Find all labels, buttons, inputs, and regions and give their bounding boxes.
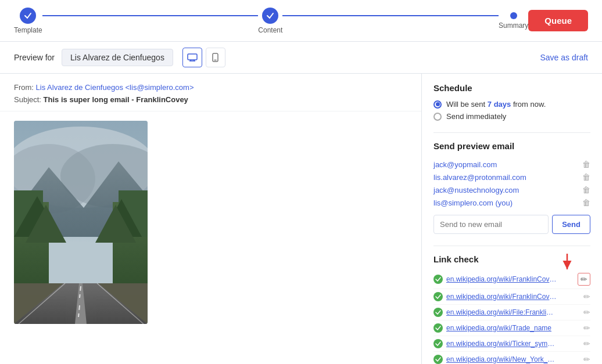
- save-as-draft-link[interactable]: Save as draft: [540, 53, 589, 62]
- preview-bar: Preview for Lis Alvarez de Cienfuegos Sa…: [0, 42, 602, 74]
- preview-email-item: jack@yopmail.com 🗑: [433, 158, 590, 171]
- queue-button[interactable]: Queue: [528, 10, 588, 31]
- preview-name-badge[interactable]: Lis Alvarez de Cienfuegos: [62, 49, 173, 66]
- trash-icon[interactable]: 🗑: [582, 198, 590, 207]
- svg-rect-0: [188, 54, 197, 60]
- email-from: From: Lis Alvarez de Cienfuegos <lis@sim…: [14, 83, 407, 92]
- link-item-left: en.wikipedia.org/wiki/New_York_Stock_...: [433, 355, 557, 364]
- check-icon: [433, 275, 443, 284]
- step-content-circle: [262, 8, 278, 24]
- step-content[interactable]: Content: [258, 8, 282, 34]
- from-address[interactable]: Lis Alvarez de Cienfuegos <lis@simplero.…: [36, 83, 194, 92]
- preview-email-link[interactable]: lis@simplero.com (you): [433, 199, 513, 207]
- preview-for-label: Preview for: [14, 53, 55, 62]
- edit-link-icon-5[interactable]: ✏: [583, 355, 590, 364]
- link-item-left: en.wikipedia.org/wiki/FranklinCovey#m...: [433, 275, 557, 284]
- link-item: en.wikipedia.org/wiki/File:Franklin_C...…: [433, 305, 590, 320]
- schedule-radio-days[interactable]: [433, 100, 442, 109]
- step-line-1: [42, 15, 259, 16]
- edit-link-icon-2[interactable]: ✏: [583, 308, 590, 317]
- desktop-icon[interactable]: [182, 48, 202, 67]
- preview-email-item: lis.alvarez@protonmail.com 🗑: [433, 171, 590, 183]
- step-summary-label: Summary: [499, 21, 528, 30]
- left-panel: From: Lis Alvarez de Cienfuegos <lis@sim…: [0, 74, 422, 364]
- link-item: en.wikipedia.org/wiki/Trade_name ✏: [433, 320, 590, 336]
- link-url[interactable]: en.wikipedia.org/wiki/FranklinCovey#s...: [446, 293, 557, 301]
- preview-email-list: jack@yopmail.com 🗑 lis.alvarez@protonmai…: [433, 158, 590, 209]
- trash-icon[interactable]: 🗑: [582, 172, 590, 182]
- device-icons: [182, 48, 225, 67]
- schedule-option-days[interactable]: Will be sent 7 days from now.: [433, 100, 590, 109]
- step-summary[interactable]: Summary: [499, 12, 528, 30]
- link-list: en.wikipedia.org/wiki/FranklinCovey#m...…: [433, 270, 590, 364]
- trash-icon[interactable]: 🗑: [582, 160, 590, 169]
- send-new-email-input[interactable]: [433, 215, 549, 234]
- preview-email-link[interactable]: jack@nustechnology.com: [433, 186, 519, 194]
- mobile-icon[interactable]: [206, 48, 225, 67]
- divider-1: [433, 132, 590, 133]
- check-icon: [433, 355, 443, 364]
- link-check-title: Link check: [433, 254, 479, 264]
- preview-email-link[interactable]: jack@yopmail.com: [433, 160, 497, 169]
- email-image-container: [0, 121, 421, 338]
- schedule-radio-immediate[interactable]: [433, 113, 442, 121]
- step-line-2: [282, 15, 499, 16]
- email-subject: Subject: This is super long email - Fran…: [14, 95, 407, 104]
- link-item-left: en.wikipedia.org/wiki/File:Franklin_C...: [433, 308, 557, 317]
- subject-label: Subject:: [14, 95, 41, 104]
- header: Template Content Summary Queue: [0, 0, 602, 42]
- from-label: From:: [14, 83, 34, 92]
- step-template[interactable]: Template: [14, 8, 42, 34]
- edit-link-icon-4[interactable]: ✏: [583, 339, 590, 348]
- main-layout: From: Lis Alvarez de Cienfuegos <lis@sim…: [0, 74, 602, 364]
- step-template-circle: [20, 8, 36, 24]
- divider-2: [433, 246, 590, 246]
- link-item-left: en.wikipedia.org/wiki/Ticker_symbol: [433, 339, 557, 348]
- schedule-section: Schedule Will be sent 7 days from now. S…: [433, 83, 590, 121]
- link-url[interactable]: en.wikipedia.org/wiki/Ticker_symbol: [446, 340, 557, 348]
- step-content-label: Content: [258, 26, 282, 34]
- right-panel: Schedule Will be sent 7 days from now. S…: [422, 74, 602, 364]
- preview-email-item: lis@simplero.com (you) 🗑: [433, 196, 590, 209]
- step-template-label: Template: [14, 26, 42, 34]
- edit-link-icon-3[interactable]: ✏: [583, 323, 590, 333]
- link-url[interactable]: en.wikipedia.org/wiki/Trade_name: [446, 324, 551, 332]
- subject-text: This is super long email - FranklinCovey: [44, 95, 188, 104]
- edit-link-icon-0[interactable]: ✏: [578, 273, 590, 286]
- link-check-section: Link check en.wikipedia.org/wiki/Frankli…: [433, 254, 590, 364]
- schedule-immediate-text: Send immediately: [446, 112, 506, 121]
- link-item: en.wikipedia.org/wiki/Ticker_symbol ✏: [433, 336, 590, 352]
- preview-email-item: jack@nustechnology.com 🗑: [433, 183, 590, 196]
- link-url[interactable]: en.wikipedia.org/wiki/FranklinCovey#m...: [446, 275, 557, 283]
- link-url[interactable]: en.wikipedia.org/wiki/File:Franklin_C...: [446, 308, 557, 316]
- link-item-left: en.wikipedia.org/wiki/FranklinCovey#s...: [433, 292, 557, 301]
- send-preview-section: Send preview email jack@yopmail.com 🗑 li…: [433, 141, 590, 234]
- send-button[interactable]: Send: [552, 215, 590, 234]
- check-icon: [433, 339, 443, 348]
- check-icon: [433, 292, 443, 301]
- send-input-row: Send: [433, 215, 590, 234]
- link-item: en.wikipedia.org/wiki/FranklinCovey#s...…: [433, 289, 590, 305]
- step-summary-circle: [510, 12, 517, 19]
- send-preview-title: Send preview email: [433, 141, 590, 151]
- schedule-days-text: Will be sent 7 days from now.: [446, 100, 546, 109]
- schedule-option-immediate[interactable]: Send immediately: [433, 112, 590, 121]
- email-road-image: [14, 121, 148, 324]
- check-icon: [433, 323, 443, 333]
- schedule-title: Schedule: [433, 83, 590, 93]
- link-item-left: en.wikipedia.org/wiki/Trade_name: [433, 323, 551, 333]
- check-icon: [433, 308, 443, 317]
- preview-email-link[interactable]: lis.alvarez@protonmail.com: [433, 173, 526, 182]
- link-url[interactable]: en.wikipedia.org/wiki/New_York_Stock_...: [446, 355, 557, 363]
- trash-icon[interactable]: 🗑: [582, 185, 590, 194]
- stepper: Template Content Summary: [14, 8, 528, 34]
- edit-link-icon-1[interactable]: ✏: [583, 292, 590, 301]
- link-item: en.wikipedia.org/wiki/New_York_Stock_...…: [433, 352, 590, 364]
- email-meta: From: Lis Alvarez de Cienfuegos <lis@sim…: [0, 74, 421, 111]
- link-item: en.wikipedia.org/wiki/FranklinCovey#m...…: [433, 270, 590, 289]
